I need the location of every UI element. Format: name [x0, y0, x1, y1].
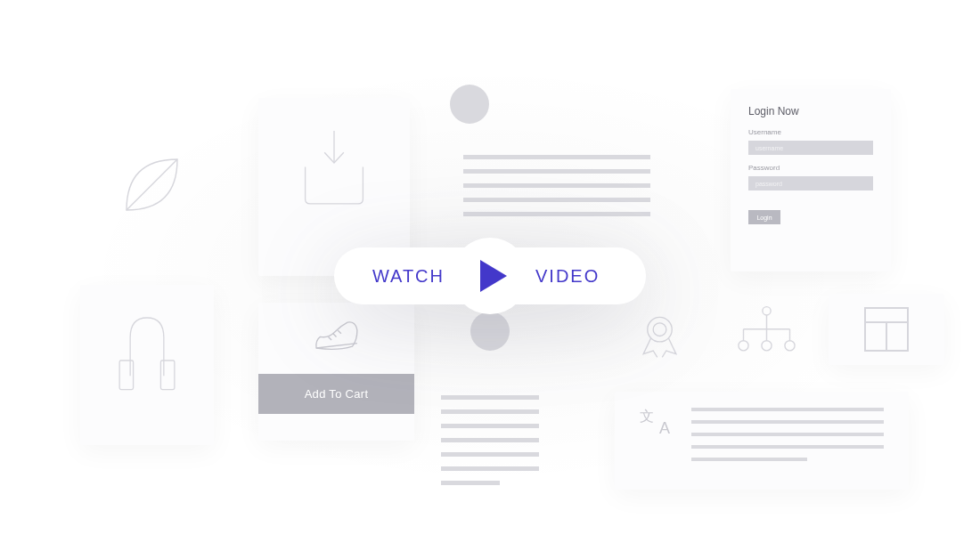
svg-point-7 — [784, 341, 794, 351]
org-chart-icon — [733, 303, 800, 361]
ribbon-icon — [635, 312, 684, 361]
leaf-icon — [110, 142, 194, 227]
watch-video-cta[interactable]: WATCH VIDEO — [334, 238, 646, 314]
password-input[interactable]: password — [748, 176, 873, 190]
text-line — [441, 481, 500, 485]
login-title: Login Now — [748, 105, 873, 117]
text-line — [441, 452, 539, 457]
login-button[interactable]: Login — [748, 210, 780, 224]
text-line — [691, 420, 884, 424]
chair-icon — [107, 307, 187, 414]
svg-point-5 — [738, 341, 747, 351]
play-button[interactable] — [452, 238, 528, 314]
text-line — [691, 458, 807, 461]
svg-rect-0 — [119, 361, 133, 390]
text-line — [691, 445, 884, 449]
text-line — [463, 198, 650, 202]
text-line — [441, 395, 539, 400]
text-line — [441, 424, 539, 428]
card-login-form: Login Now Username username Password pas… — [731, 89, 891, 271]
text-line — [441, 409, 539, 414]
text-line — [691, 433, 884, 436]
card-document-bottom — [437, 312, 543, 498]
card-layout-grid — [829, 294, 944, 365]
username-input[interactable]: username — [748, 141, 873, 155]
card-translate: 文 A — [615, 392, 909, 490]
svg-point-6 — [761, 341, 771, 351]
password-label: Password — [748, 164, 873, 172]
download-icon — [294, 125, 374, 209]
username-label: Username — [748, 128, 873, 136]
avatar-placeholder — [470, 312, 510, 351]
svg-point-4 — [762, 307, 770, 315]
text-line — [441, 466, 539, 471]
layout-grid-icon — [864, 307, 909, 352]
translate-icon: 文 A — [640, 408, 668, 436]
text-line — [463, 169, 650, 174]
play-icon — [480, 260, 507, 292]
card-org-chart — [722, 294, 811, 374]
sneaker-icon — [312, 316, 361, 356]
card-leaf — [89, 125, 214, 258]
svg-point-2 — [647, 317, 672, 342]
text-line — [463, 212, 650, 216]
text-line — [463, 183, 650, 188]
svg-point-3 — [653, 323, 666, 336]
svg-rect-1 — [160, 361, 174, 390]
text-line — [691, 408, 884, 411]
card-product-1 — [80, 285, 214, 445]
card-document-top — [437, 71, 677, 258]
avatar-placeholder — [450, 85, 489, 124]
text-line — [463, 155, 650, 159]
add-to-cart-button[interactable]: Add To Cart — [258, 374, 414, 414]
card-product-2: Add To Cart — [258, 303, 414, 441]
text-line — [441, 438, 539, 442]
